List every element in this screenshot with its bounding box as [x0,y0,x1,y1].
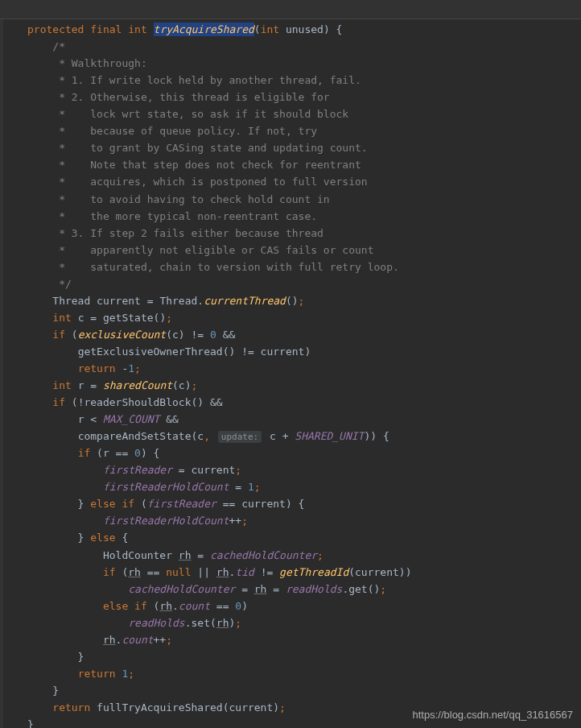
comment: * lock wrt state, so ask if it should bl… [27,108,348,120]
comment: * to avoid having to check hold count in [27,193,330,205]
line: } [27,718,34,728]
comment: * the more typical non-reentrant case. [27,210,317,222]
comment: * Walkthrough: [27,57,147,69]
line: else if (rh.count == 0) [27,600,248,612]
line: return -1; [27,362,141,374]
comment: * saturated, chain to version with full … [27,261,399,273]
line: if (rh == null || rh.tid != getThreadId(… [27,566,411,578]
type-int: int [261,23,279,35]
line: } else if (firstReader == current) { [27,498,304,510]
line: int r = sharedCount(c); [27,379,197,391]
line: getExclusiveOwnerThread() != current) [27,345,311,358]
line: if (!readerShouldBlock() && [27,396,223,408]
line: return fullTryAcquireShared(current); [27,701,286,714]
comment: * apparently not eligible or CAS fails o… [27,244,373,256]
keyword-final: final [90,23,122,35]
comment: */ [27,278,72,290]
comment: * Note that step does not check for reen… [27,159,361,171]
line: } else { [27,532,128,544]
line: firstReader = current; [27,464,241,476]
line: firstReaderHoldCount++; [27,515,248,527]
comment: * acquires, which is postponed to full v… [27,176,368,188]
comment: /* [27,40,65,52]
line: return 1; [27,668,134,680]
comment: * because of queue policy. If not, try [27,125,317,137]
keyword-protected: protected [27,23,84,35]
watermark: https://blog.csdn.net/qq_31616567 [413,706,574,723]
comment: * 1. If write lock held by another threa… [27,74,361,86]
method-name-highlight: tryAcquireShared [154,23,254,36]
code-editor[interactable]: protected final int tryAcquireShared(int… [0,0,581,728]
line: } [27,651,84,663]
line: Thread current = Thread.currentThread(); [27,295,304,307]
comment: * to grant by CASing state and updating … [27,142,368,154]
line: rh.count++; [27,634,172,646]
line: if (r == 0) { [27,447,159,459]
line: readHolds.set(rh); [27,617,241,629]
line: firstReaderHoldCount = 1; [27,481,261,493]
line: int c = getState(); [27,312,172,324]
comment: * 3. If step 2 fails either because thre… [27,227,323,239]
line: compareAndSetState(c, update: c + SHARED… [27,430,389,442]
line: if (exclusiveCount(c) != 0 && [27,329,235,341]
line: protected final int tryAcquireShared(int… [27,23,342,36]
type-int: int [128,23,146,35]
inlay-hint: update: [218,431,262,443]
line: HoldCounter rh = cachedHoldCounter; [27,549,323,561]
line: r < MAX_COUNT && [27,413,179,425]
comment: * 2. Otherwise, this thread is eligible … [27,91,330,103]
param-name: unused [286,23,323,35]
line: cachedHoldCounter = rh = readHolds.get()… [27,583,386,595]
line: } [27,685,59,697]
